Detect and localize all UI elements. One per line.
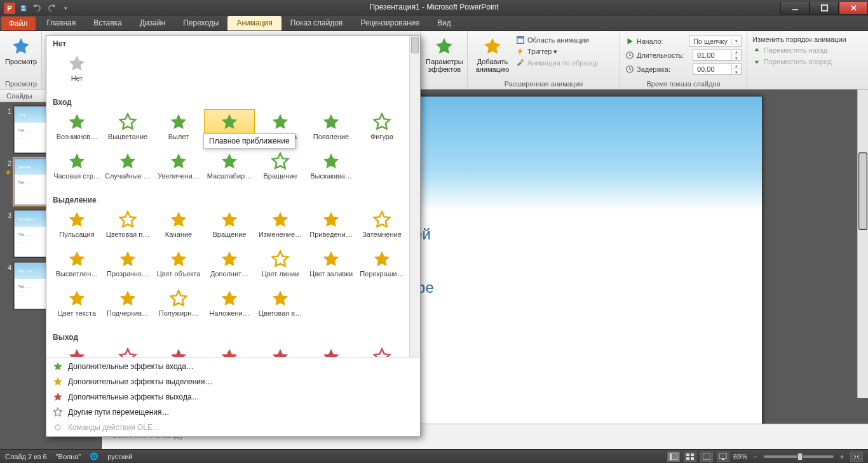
zoom-level[interactable]: 69%: [733, 453, 747, 460]
preview-button[interactable]: Просмотр: [5, 34, 37, 65]
anim-item[interactable]: Перекраши…: [356, 246, 407, 286]
anim-item[interactable]: Цвет текста: [51, 286, 102, 325]
anim-item[interactable]: Панорама: [255, 344, 306, 357]
anim-item[interactable]: Изменение…: [255, 207, 306, 246]
gallery-scrollbar-thumb[interactable]: [411, 37, 419, 53]
more-entrance-effects[interactable]: Дополнительные эффекты входа…: [46, 359, 420, 374]
anim-item[interactable]: Затемнение: [356, 207, 407, 246]
star-icon: [168, 346, 189, 357]
animation-pane-button[interactable]: Область анимации: [516, 35, 598, 45]
effect-options-button[interactable]: Параметры эффектов: [426, 34, 463, 73]
more-motion-paths[interactable]: Другие пути перемещения…: [46, 405, 420, 420]
scrollbar-thumb[interactable]: [859, 153, 867, 229]
fit-to-window-button[interactable]: [850, 452, 863, 462]
anim-item-label: Подчеркив…: [107, 309, 149, 317]
move-later-button[interactable]: Переместить вперед: [752, 57, 863, 67]
anim-none[interactable]: Нет: [51, 51, 102, 90]
anim-item[interactable]: Появление: [306, 109, 356, 149]
qat-dropdown[interactable]: ▾: [60, 3, 71, 14]
delay-spinner[interactable]: 00,00▴▾: [693, 64, 742, 75]
status-language[interactable]: русский: [107, 453, 132, 460]
anim-item[interactable]: Случайные …: [102, 149, 153, 188]
anim-item[interactable]: Цвет заливки: [306, 246, 356, 286]
zoom-slider[interactable]: [764, 455, 834, 458]
anim-item[interactable]: Цвет линии: [255, 246, 306, 286]
anim-item[interactable]: Фигура: [356, 344, 407, 357]
tab-design[interactable]: Дизайн: [131, 16, 174, 30]
zoom-in-button[interactable]: +: [837, 453, 846, 460]
anim-item[interactable]: Качание: [153, 207, 204, 246]
app-icon[interactable]: P: [4, 3, 15, 14]
anim-item[interactable]: Выскакива…: [306, 149, 356, 188]
view-reading-button[interactable]: [700, 452, 713, 462]
svg-rect-15: [703, 453, 710, 460]
tab-view[interactable]: Вид: [428, 16, 460, 30]
anim-item[interactable]: Вылет: [153, 109, 204, 149]
tab-file[interactable]: Файл: [1, 17, 36, 30]
tab-animations[interactable]: Анимация: [227, 16, 281, 30]
anim-item-label: Прозрачно…: [107, 270, 149, 278]
anim-item[interactable]: Исчезнове…: [51, 344, 102, 357]
anim-item[interactable]: Приведени…: [306, 207, 356, 246]
anim-item[interactable]: Цвет объекта: [153, 246, 204, 286]
effect-options-label: Параметры эффектов: [426, 58, 463, 73]
anim-item[interactable]: Плавное уд…: [204, 344, 255, 357]
anim-item-label: Вращение: [264, 172, 297, 180]
anim-item[interactable]: Высветлен…: [51, 246, 102, 286]
svg-rect-11: [686, 453, 689, 456]
status-language-icon[interactable]: 🌐: [90, 452, 98, 460]
anim-item[interactable]: Часовая стр…: [51, 149, 102, 188]
tab-review[interactable]: Рецензирование: [351, 16, 428, 30]
undo-button[interactable]: [32, 3, 43, 14]
anim-item[interactable]: Прозрачно…: [102, 246, 153, 286]
add-animation-button[interactable]: Добавить анимацию: [473, 34, 512, 73]
anim-item[interactable]: Масштабир…: [204, 149, 255, 188]
start-dropdown[interactable]: По щелчку▾: [689, 36, 742, 47]
tab-home[interactable]: Главная: [38, 16, 85, 30]
category-exit: Выход: [46, 329, 420, 343]
anim-item[interactable]: Пульсация: [51, 207, 102, 246]
duration-spinner[interactable]: 01,00▴▾: [693, 50, 742, 61]
anim-item[interactable]: Наложени…: [204, 286, 255, 325]
zoom-slider-knob[interactable]: [797, 453, 803, 460]
more-exit-effects[interactable]: Дополнительные эффекты выхода…: [46, 389, 420, 405]
anim-item[interactable]: Вылет за кр…: [153, 344, 204, 357]
minimize-button[interactable]: [780, 2, 810, 15]
anim-item[interactable]: Выцветание: [102, 344, 153, 357]
window-title: Презентация1 - Microsoft PowerPoint: [0, 3, 868, 11]
anim-item-label: Выскакива…: [310, 172, 352, 180]
redo-button[interactable]: [46, 3, 57, 14]
anim-item-label: Качание: [165, 231, 192, 238]
star-icon: [53, 392, 63, 402]
tab-slideshow[interactable]: Показ слайдов: [281, 16, 352, 30]
animation-painter-button[interactable]: Анимация по образцу: [516, 58, 598, 68]
anim-item[interactable]: Вращение: [204, 207, 255, 246]
anim-item[interactable]: Выцветание: [102, 109, 153, 149]
anim-item[interactable]: Цветовая п…: [102, 207, 153, 246]
trigger-button[interactable]: Триггер ▾: [516, 46, 598, 57]
view-slideshow-button[interactable]: [717, 452, 729, 462]
close-button[interactable]: [839, 2, 868, 15]
anim-item[interactable]: Возникнов…: [51, 109, 102, 149]
anim-item[interactable]: Увеличени…: [153, 149, 204, 188]
anim-item[interactable]: Вращение: [255, 149, 306, 188]
anim-item[interactable]: Появление: [306, 344, 356, 357]
zoom-out-button[interactable]: −: [751, 453, 760, 460]
move-earlier-button[interactable]: Переместить назад: [752, 45, 863, 55]
view-sorter-button[interactable]: [684, 452, 696, 462]
star-icon: [219, 209, 240, 231]
more-emphasis-effects[interactable]: Дополнительные эффекты выделения…: [46, 374, 420, 389]
tab-insert[interactable]: Вставка: [85, 16, 131, 30]
star-icon: [320, 209, 342, 231]
gallery-scrollbar[interactable]: [409, 36, 420, 357]
anim-item[interactable]: Фигура: [356, 109, 407, 149]
maximize-button[interactable]: [810, 2, 839, 15]
tab-transitions[interactable]: Переходы: [174, 16, 227, 30]
anim-item[interactable]: Подчеркив…: [102, 286, 153, 325]
view-normal-button[interactable]: [667, 452, 680, 462]
anim-item[interactable]: Цветовая в…: [255, 286, 306, 325]
anim-item[interactable]: Полужирн…: [153, 286, 204, 325]
save-button[interactable]: [18, 3, 29, 14]
vertical-scrollbar[interactable]: [857, 90, 868, 398]
anim-item[interactable]: Дополнит…: [204, 246, 255, 286]
